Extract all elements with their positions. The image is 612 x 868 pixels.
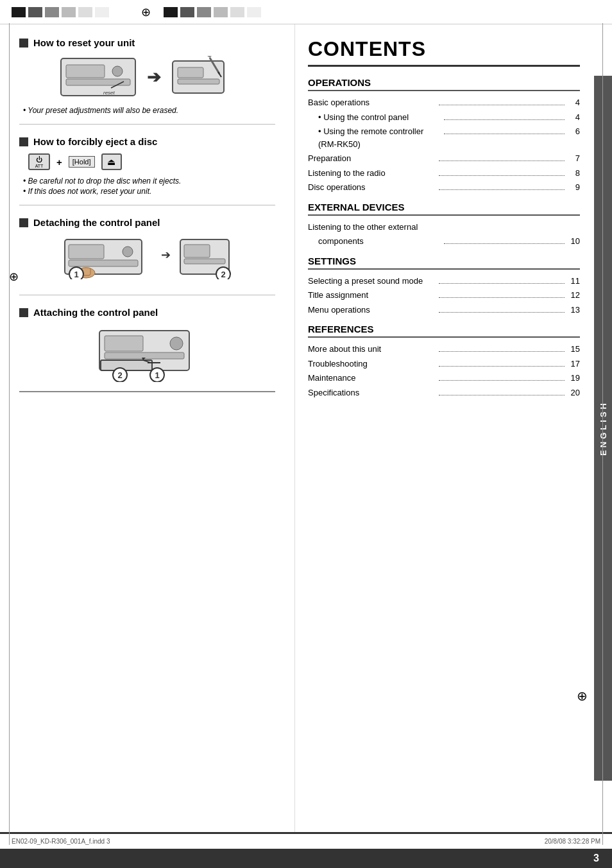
svg-point-3: [112, 66, 123, 76]
toc-dots: [439, 395, 565, 395]
attach-svg: 2 1: [87, 324, 208, 382]
toc-page-radio: 8: [567, 167, 580, 180]
square-icon-attach: [19, 308, 28, 317]
plus-sign: +: [56, 157, 62, 168]
reset-illustration: reset ➔: [19, 55, 275, 100]
svg-rect-14: [69, 260, 138, 266]
reset-note: Your preset adjustments will also be era…: [23, 106, 275, 115]
svg-rect-23: [184, 259, 225, 264]
toc-item-remote: • Using the remote controller (RM-RK50) …: [308, 125, 580, 150]
toc-label-radio: Listening to the radio: [308, 167, 436, 180]
toc-page-more-about: 15: [567, 343, 580, 356]
footer-right: 20/8/08 3:32:28 PM: [545, 838, 600, 845]
color-swatches-right: [164, 7, 261, 17]
toc-label-title: Title assignment: [308, 289, 436, 302]
toc-page-remote: 6: [567, 125, 580, 138]
toc-label-sound-mode: Selecting a preset sound mode: [308, 275, 436, 288]
toc-item-external-1: Listening to the other external: [308, 221, 580, 234]
svg-rect-27: [105, 336, 143, 351]
toc-item-preparation: Preparation 7: [308, 152, 580, 165]
detach-title-text: Detaching the control panel: [33, 217, 160, 228]
reset-title-text: How to reset your unit: [33, 37, 135, 48]
toc-page-menu: 13: [567, 304, 580, 317]
toc-heading-settings: SETTINGS: [308, 256, 580, 270]
toc-page-specifications: 20: [567, 386, 580, 399]
toc-section-settings: SETTINGS Selecting a preset sound mode 1…: [308, 256, 580, 317]
toc-dots: [439, 105, 565, 105]
reset-device-right-svg: [171, 55, 235, 100]
detach-device-1: 1: [64, 234, 152, 279]
toc-label-basic-operations: Basic operations: [308, 96, 436, 109]
detach-device-2: ➔ 2: [161, 234, 232, 279]
toc-page-preparation: 7: [567, 152, 580, 165]
toc-page-maintenance: 19: [567, 372, 580, 385]
toc-label-external-1: Listening to the other external: [308, 221, 580, 234]
toc-heading-operations: OPERATIONS: [308, 77, 580, 91]
section-attach: Attaching the control panel: [19, 307, 275, 401]
square-icon: [19, 39, 28, 48]
section-title-eject: How to forcibly eject a disc: [19, 136, 275, 147]
svg-rect-1: [66, 65, 105, 78]
toc-section-operations: OPERATIONS Basic operations 4 • Using th…: [308, 77, 580, 194]
section-title-attach: Attaching the control panel: [19, 307, 275, 318]
toc-page-basic-operations: 4: [567, 96, 580, 109]
square-icon-detach: [19, 218, 28, 227]
svg-rect-30: [101, 360, 152, 370]
eject-note-2: If this does not work, reset your unit.: [23, 187, 275, 196]
toc-item-title: Title assignment 12: [308, 289, 580, 302]
toc-dots: [439, 283, 565, 284]
toc-page-disc-ops: 9: [567, 181, 580, 194]
toc-item-basic-operations: Basic operations 4: [308, 96, 580, 109]
swatch-r6: [247, 7, 261, 17]
arrow-right-reset: ➔: [147, 67, 161, 87]
color-swatches-left: [12, 7, 109, 17]
toc-dots: [439, 175, 565, 176]
attach-title-text: Attaching the control panel: [33, 307, 158, 318]
svg-rect-7: [178, 67, 203, 78]
detach-svg-1: 1: [64, 234, 152, 279]
detach-illustration: 1 ➔ 2: [19, 234, 275, 279]
svg-point-15: [123, 247, 133, 257]
swatch-2: [28, 7, 42, 17]
toc-section-references: REFERENCES More about this unit 15 Troub…: [308, 324, 580, 399]
toc-item-more-about: More about this unit 15: [308, 343, 580, 356]
section-reset: How to reset your unit reset ➔: [19, 37, 275, 125]
toc-item-components: components 10: [308, 235, 580, 248]
section-title-detach: Detaching the control panel: [19, 217, 275, 228]
svg-rect-13: [69, 245, 104, 259]
eject-illustration: ⏻ ATT + [Hold] ⏏: [28, 153, 275, 170]
toc-label-preparation: Preparation: [308, 152, 436, 165]
swatch-5: [78, 7, 92, 17]
footer-filename: EN02-09_KD-R306_001A_f.indd 3: [12, 838, 110, 845]
compass-icon-right: ⊕: [577, 688, 588, 704]
swatch-3: [45, 7, 59, 17]
toc-heading-references: REFERENCES: [308, 324, 580, 338]
toc-label-components: components: [318, 235, 441, 248]
toc-item-control-panel: • Using the control panel 4: [308, 111, 580, 124]
svg-text:1: 1: [74, 270, 78, 279]
right-margin-line: [602, 23, 603, 845]
page-number: 3: [593, 853, 599, 864]
svg-marker-10: [207, 56, 212, 58]
eject-button-illus: ⏏: [101, 153, 122, 170]
toc-dots: [439, 161, 565, 161]
eject-title-text: How to forcibly eject a disc: [33, 136, 157, 147]
toc-label-remote: • Using the remote controller (RM-RK50): [318, 125, 441, 150]
swatch-r2: [180, 7, 194, 17]
toc-page-troubleshooting: 17: [567, 358, 580, 370]
toc-label-specifications: Specifications: [308, 386, 436, 399]
main-content: How to reset your unit reset ➔: [0, 24, 612, 832]
page-num-bar: 3: [0, 849, 612, 868]
swatch-4: [62, 7, 76, 17]
square-icon-eject: [19, 137, 28, 146]
svg-point-29: [170, 337, 183, 350]
svg-rect-2: [66, 79, 130, 85]
right-column: CONTENTS OPERATIONS Basic operations 4 •…: [295, 24, 612, 832]
toc-page-title: 12: [567, 289, 580, 302]
swatch-1: [12, 7, 26, 17]
toc-item-menu: Menu operations 13: [308, 304, 580, 317]
section-eject: How to forcibly eject a disc ⏻ ATT + [Ho…: [19, 136, 275, 205]
toc-dots: [439, 380, 565, 381]
toc-dots: [444, 134, 565, 134]
compass-icon: ⊕: [141, 5, 151, 19]
